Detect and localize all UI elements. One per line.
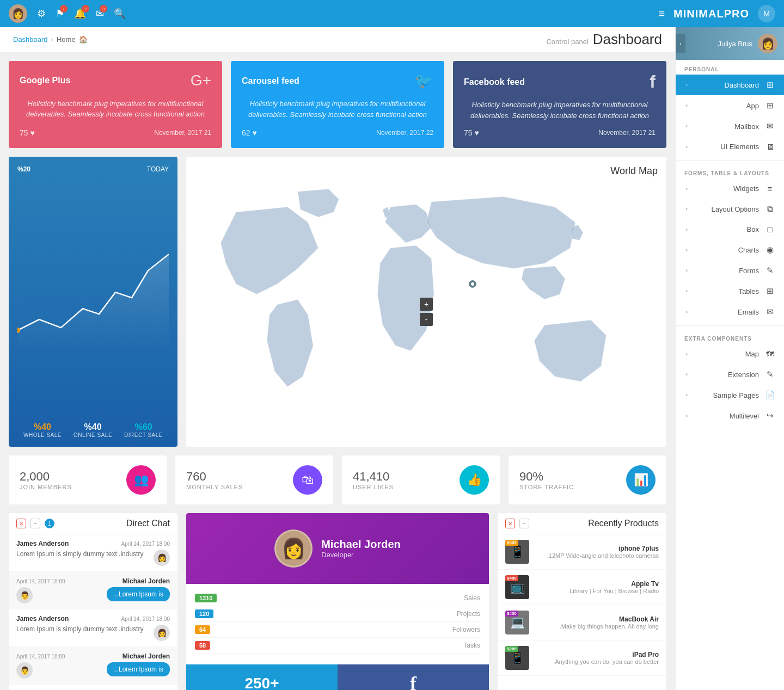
- msg2-text: ...Lorem Ipsum is: [107, 587, 170, 601]
- hamburger-menu[interactable]: ≡: [658, 8, 665, 20]
- map-nav-label: Map: [695, 350, 759, 358]
- sidebar-item-forms[interactable]: ‹ Forms ✎: [676, 260, 784, 281]
- whole-sale-value: %40: [23, 422, 62, 432]
- sidebar-item-sample-pages[interactable]: ‹ Sample Pages 📄: [676, 385, 784, 405]
- products-title: Recently Products: [588, 519, 659, 528]
- sample-chevron: ‹: [686, 392, 688, 398]
- map-nav-icon: 🗺: [764, 349, 775, 359]
- search-icon[interactable]: 🔍: [114, 8, 126, 20]
- sidebar-user-avatar: 👩: [758, 34, 777, 53]
- chat-card: ✕ − 1 Direct Chat James Anderson April 1…: [9, 513, 177, 690]
- msg2-body: ...Lorem Ipsum is 👨: [16, 587, 170, 603]
- facebook-card-likes: 75 ♥: [464, 128, 479, 137]
- sales-badge: 1310: [195, 594, 217, 602]
- content-area: Dashboard ‹ Home 🏠 Control panel Dashboa…: [0, 27, 675, 690]
- sidebar-collapse-btn[interactable]: ‹: [676, 34, 685, 53]
- bell-icon[interactable]: 🔔 2: [74, 8, 86, 20]
- nav-left-icons: 👩 ⚙ ⚑ 1 🔔 2 ✉ 3 🔍: [9, 4, 126, 23]
- ext-chevron: ‹: [686, 372, 688, 377]
- sidebar-item-extension[interactable]: ‹ Extension ✎: [676, 364, 784, 385]
- whole-sale-label: WHOLE SALE: [23, 432, 62, 438]
- chat-minimize-btn[interactable]: −: [30, 519, 40, 528]
- count-banner: 250+: [186, 664, 338, 690]
- brand-name: MINIMALPRO: [673, 8, 749, 20]
- twitter-card-likes: 62 ♥: [242, 128, 257, 137]
- join-members-value: 2,000: [20, 470, 72, 484]
- map-zoom-out[interactable]: -: [420, 313, 433, 326]
- dashboard-chevron: ‹: [686, 82, 688, 88]
- product-price-badge-1: $400: [505, 575, 518, 581]
- chart-footer: %40 WHOLE SALE %40 ONLINE SALE %60 DIREC…: [17, 422, 169, 438]
- sidebar-item-app[interactable]: ‹ App ⊞: [676, 95, 784, 116]
- emails-chevron: ‹: [686, 309, 688, 315]
- sidebar-item-multilevel[interactable]: ‹ Multilevel ↪: [676, 405, 784, 426]
- nav-avatar[interactable]: 👩: [9, 4, 27, 23]
- user-likes-icon: 👍: [460, 465, 489, 495]
- sidebar-section-forms: FORMS, TABLE & LAYOUTS: [676, 164, 784, 178]
- products-close-btn[interactable]: ✕: [505, 519, 515, 528]
- msg2-header: Michael Jorden April 14, 2017 18:00: [16, 577, 170, 585]
- product-name-0: iphone 7plus: [535, 545, 659, 552]
- forms-chevron: ‹: [686, 268, 688, 273]
- direct-sale-value: %60: [124, 422, 163, 432]
- sidebar-item-widgets[interactable]: ‹ Widgets ≡: [676, 178, 784, 199]
- tasks-label: Tasks: [463, 642, 480, 649]
- layout-icon: ⧉: [764, 204, 775, 214]
- svg-point-3: [471, 282, 474, 286]
- mid-row: %20 TODAY: [9, 157, 666, 447]
- top-cards-row: Google Plus G+ Holisticly benchmark plug…: [9, 61, 666, 148]
- direct-sale-stat: %60 DIRECT SALE: [124, 422, 163, 438]
- monthly-sales-icon: 🛍: [293, 465, 322, 495]
- dashboard-label: Dashboard: [695, 81, 759, 89]
- msg3-body: Lorem Ipsum is simply dummy text .indust…: [16, 625, 170, 641]
- facebook-card-icon: f: [650, 72, 656, 92]
- msg2-time: April 14, 2017 18:00: [16, 578, 65, 584]
- emails-label: Emails: [695, 308, 759, 316]
- store-traffic-info: 90% STORE TRAFFIC: [519, 470, 574, 490]
- sidebar-item-dashboard[interactable]: ‹ Dashboard ⊞: [676, 75, 784, 95]
- product-img-0: $309 📱: [505, 540, 529, 564]
- profile-role: Developer: [321, 551, 401, 559]
- msg3-name: James Anderson: [16, 615, 69, 623]
- multilevel-label: Multilevel: [695, 412, 759, 420]
- sidebar-item-charts[interactable]: ‹ Charts ◉: [676, 239, 784, 260]
- ui-elements-icon: 🖥: [764, 142, 775, 151]
- flag-icon[interactable]: ⚑ 1: [56, 8, 64, 20]
- product-info-2: MacBook Air .Make big things happen. All…: [535, 615, 659, 630]
- sample-pages-icon: 📄: [764, 390, 775, 400]
- msg1-avatar: 👩: [154, 550, 170, 566]
- ui-elements-label: UI Elements: [695, 143, 759, 151]
- breadcrumb-home-link[interactable]: Dashboard: [13, 35, 48, 44]
- sidebar-item-map[interactable]: ‹ Map 🗺: [676, 344, 784, 364]
- product-info-1: Apple Tv Library | For You | Browse | Ra…: [535, 580, 659, 594]
- sidebar-user-name: Juliya Brus: [718, 40, 752, 48]
- settings-icon[interactable]: ⚙: [37, 8, 46, 20]
- profile-card: 👩 Michael Jorden Developer 1310 Sales 12…: [186, 513, 489, 690]
- sidebar-item-tables[interactable]: ‹ Tables ⊞: [676, 281, 784, 301]
- product-desc-1: Library | For You | Browse | Radio: [535, 588, 659, 594]
- chat-close-btn[interactable]: ✕: [16, 519, 26, 528]
- stats-row: 2,000 JOIN MEMBERS 👥 760 MONTHLY SALES 🛍…: [9, 455, 666, 504]
- sidebar-item-ui-elements[interactable]: ‹ UI Elements 🖥: [676, 137, 784, 157]
- product-info-3: iPad Pro .Anything you can do, you can d…: [535, 651, 659, 665]
- profile-avatar: 👩: [274, 529, 313, 568]
- msg4-time: April 14, 2017 18:00: [16, 654, 65, 660]
- mail-icon[interactable]: ✉ 3: [96, 8, 104, 20]
- google-card-footer: 75 ♥ November, 2017 21: [20, 128, 211, 137]
- sidebar-item-mailbox[interactable]: ‹ Mailbox ✉: [676, 116, 784, 137]
- map-zoom-in[interactable]: +: [420, 298, 433, 311]
- sidebar-item-box[interactable]: ‹ Box □: [676, 219, 784, 239]
- join-members-info: 2,000 JOIN MEMBERS: [20, 470, 72, 490]
- msg1-body: Lorem Ipsum is simply dummy text .indust…: [16, 550, 170, 566]
- box-icon: □: [764, 225, 775, 234]
- app-label: App: [695, 102, 759, 110]
- sidebar: ‹ Juliya Brus 👩 PERSONAL ‹ Dashboard ⊞ ‹…: [675, 27, 784, 690]
- followers-badge: 64: [195, 625, 210, 634]
- sidebar-item-emails[interactable]: ‹ Emails ✉: [676, 301, 784, 322]
- map-controls: + -: [420, 298, 433, 326]
- dashboard-icon: ⊞: [764, 80, 775, 90]
- sidebar-item-layout[interactable]: ‹ Layout Options ⧉: [676, 199, 784, 219]
- products-minimize-btn[interactable]: −: [519, 519, 529, 528]
- product-name-3: iPad Pro: [535, 651, 659, 658]
- chat-message-1: James Anderson April 14, 2017 18:00 Lore…: [9, 534, 177, 572]
